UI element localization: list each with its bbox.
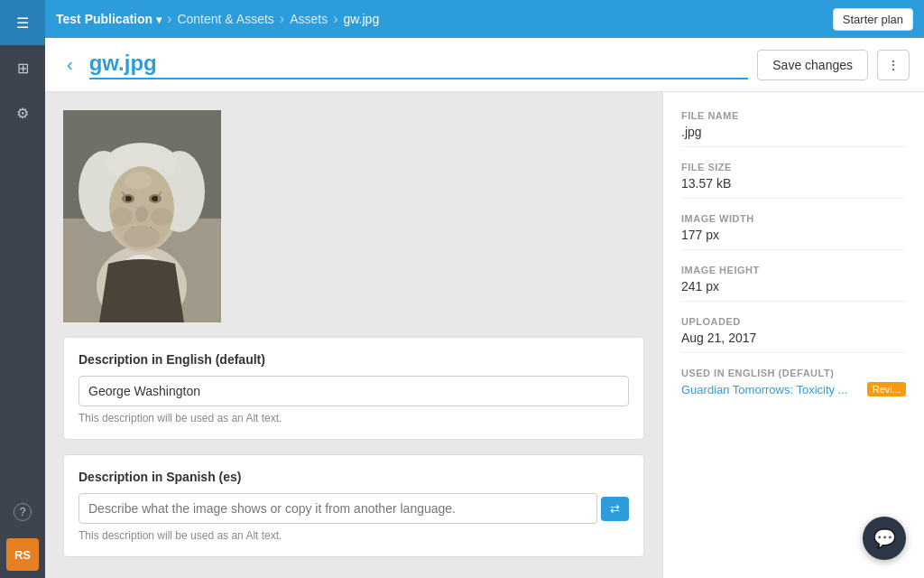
svg-point-14 bbox=[135, 206, 148, 222]
svg-point-19 bbox=[151, 208, 172, 226]
svg-point-15 bbox=[124, 226, 160, 247]
image-width-label: IMAGE WIDTH bbox=[681, 213, 906, 224]
topbar: Test Publication Content & Assets Assets… bbox=[45, 0, 924, 38]
image-container bbox=[63, 110, 644, 322]
sidebar-item-settings[interactable]: ⚙ bbox=[0, 90, 45, 135]
uploaded-value: Aug 21, 2017 bbox=[681, 331, 906, 345]
used-in-row: Guardian Tomorrows: Toxicity ... Revi... bbox=[681, 382, 906, 396]
content-area: Description in English (default) George … bbox=[45, 92, 924, 578]
breadcrumb-sep-2 bbox=[280, 11, 284, 27]
divider-3 bbox=[681, 249, 906, 250]
more-icon: ⋮ bbox=[887, 58, 900, 72]
page-header: ‹ gw.jpg Save changes ⋮ bbox=[45, 38, 924, 92]
uploaded-label: UPLOADED bbox=[681, 316, 906, 327]
description-en-card: Description in English (default) George … bbox=[63, 337, 644, 440]
description-en-input[interactable]: George Washington bbox=[79, 376, 629, 406]
back-button[interactable]: ‹ bbox=[60, 51, 80, 79]
content-assets-link[interactable]: Content & Assets bbox=[177, 12, 273, 26]
file-name-value: .jpg bbox=[681, 125, 906, 139]
save-button[interactable]: Save changes bbox=[757, 50, 868, 80]
description-en-hint: This description will be used as an Alt … bbox=[79, 412, 629, 424]
asset-image bbox=[63, 110, 221, 322]
sidebar: ☰ ⊞ ⚙ ? RS bbox=[0, 0, 45, 578]
divider-5 bbox=[681, 352, 906, 353]
file-size-value: 13.57 kB bbox=[681, 176, 906, 191]
sidebar-item-help[interactable]: ? bbox=[0, 489, 45, 535]
more-options-button[interactable]: ⋮ bbox=[877, 50, 910, 80]
gear-icon: ⚙ bbox=[16, 105, 29, 122]
sidebar-item-rs[interactable]: RS bbox=[6, 538, 39, 571]
rs-label: RS bbox=[14, 548, 31, 562]
description-es-input-row: ⇄ bbox=[79, 493, 629, 524]
used-in-link[interactable]: Guardian Tomorrows: Toxicity ... bbox=[681, 383, 860, 396]
translate-icon: ⇄ bbox=[610, 502, 620, 516]
publication-name: Test Publication bbox=[56, 12, 152, 26]
breadcrumb-sep-3 bbox=[333, 11, 337, 27]
svg-point-18 bbox=[111, 208, 133, 226]
divider-1 bbox=[681, 146, 906, 147]
description-en-title: Description in English (default) bbox=[79, 352, 629, 367]
image-height-value: 241 px bbox=[681, 279, 906, 294]
breadcrumb-sep-1 bbox=[167, 11, 171, 27]
current-asset-name: gw.jpg bbox=[344, 12, 380, 26]
grid-icon: ⊞ bbox=[17, 60, 29, 77]
image-height-label: IMAGE HEIGHT bbox=[681, 265, 906, 275]
svg-point-17 bbox=[125, 172, 152, 190]
left-panel: Description in English (default) George … bbox=[45, 92, 662, 578]
description-es-input[interactable] bbox=[79, 493, 597, 524]
status-badge: Revi... bbox=[867, 382, 906, 396]
george-washington-portrait bbox=[63, 110, 221, 322]
page-title: gw.jpg bbox=[89, 51, 749, 79]
divider-2 bbox=[681, 198, 906, 199]
file-name-label: FILE NAME bbox=[681, 110, 906, 121]
main-area: Test Publication Content & Assets Assets… bbox=[45, 0, 924, 578]
publication-chevron-icon bbox=[156, 12, 162, 26]
translate-button[interactable]: ⇄ bbox=[601, 497, 629, 521]
description-es-hint: This description will be used as an Alt … bbox=[79, 529, 629, 542]
divider-4 bbox=[681, 301, 906, 302]
right-panel: FILE NAME .jpg FILE SIZE 13.57 kB IMAGE … bbox=[662, 92, 924, 578]
plan-button[interactable]: Starter plan bbox=[833, 8, 913, 31]
file-size-label: FILE SIZE bbox=[681, 162, 906, 172]
image-width-value: 177 px bbox=[681, 228, 906, 242]
help-icon: ? bbox=[14, 503, 32, 521]
publication-breadcrumb[interactable]: Test Publication bbox=[56, 12, 162, 26]
assets-link[interactable]: Assets bbox=[290, 12, 328, 26]
menu-icon: ☰ bbox=[16, 14, 29, 32]
chat-button[interactable]: 💬 bbox=[863, 517, 906, 560]
description-es-title: Description in Spanish (es) bbox=[79, 470, 629, 484]
sidebar-item-menu[interactable]: ☰ bbox=[0, 0, 45, 45]
sidebar-item-grid[interactable]: ⊞ bbox=[0, 45, 45, 90]
chat-icon: 💬 bbox=[873, 527, 896, 549]
description-es-card: Description in Spanish (es) ⇄ This descr… bbox=[63, 454, 644, 557]
used-in-label: USED IN ENGLISH (DEFAULT) bbox=[681, 368, 906, 378]
back-icon: ‹ bbox=[67, 54, 73, 75]
